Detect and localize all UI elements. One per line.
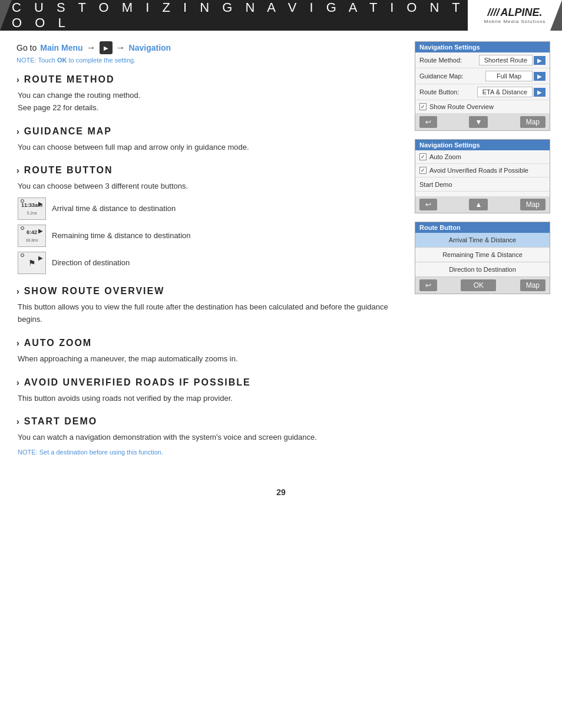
header-diagonal-left (0, 0, 12, 31)
show-route-label: SHOW ROUTE OVERVIEW (24, 286, 165, 297)
note-suffix: to complete the setting. (67, 57, 135, 64)
nav-screen-avoid-row[interactable]: ✓ Avoid Unverified Roads if Possible (415, 164, 550, 177)
flag-icon-direction: ⚑ (28, 256, 36, 269)
chevron-icon-route-method: › (16, 75, 21, 84)
remaining-label: Remaining time & distance to destination (52, 230, 191, 242)
nav-screen-row-route-method: Route Method: Shortest Route ▶ (415, 52, 550, 68)
page-header: C U S T O M I Z I N G N A V I G A T I O … (0, 0, 562, 31)
chevron-icon-show-route: › (16, 286, 21, 296)
breadcrumb-navigation[interactable]: Navigation (129, 43, 171, 52)
chevron-icon-auto-zoom: › (16, 338, 21, 348)
page-number: 29 (276, 487, 286, 497)
nav-screen-show-route-row[interactable]: ✓ Show Route Overview (415, 100, 550, 114)
start-demo-note-body: Set a destination before using this func… (39, 449, 163, 456)
breadcrumb-main-menu[interactable]: Main Menu (40, 43, 82, 52)
section-guidance-map: › GUIDANCE MAP You can choose between fu… (16, 126, 401, 154)
route-btn-row-direction: ▶ ⚑ Direction of destination (18, 252, 401, 274)
section-title-guidance-map: › GUIDANCE MAP (16, 126, 401, 137)
nav-screen-auto-zoom-row[interactable]: ✓ Auto Zoom (415, 150, 550, 164)
route-method-arrow-icon[interactable]: ▶ (534, 56, 546, 65)
alpine-brand-name: ALPINE. (501, 6, 543, 18)
avoid-roads-checkbox[interactable]: ✓ (419, 167, 427, 174)
nav-screen-2-footer: ↩ ▲ Map (415, 196, 550, 213)
route-button-arrow-icon[interactable]: ▶ (534, 88, 546, 97)
section-route-button: › ROUTE BUTTON You can choose between 3 … (16, 165, 401, 274)
route-btn-screen-header: Route Button (415, 222, 550, 233)
route-method-screen-value[interactable]: Shortest Route (479, 55, 533, 65)
nav-screen-row-guidance-map: Guidance Map: Full Map ▶ (415, 68, 550, 84)
route-method-screen-label: Route Method: (419, 57, 479, 64)
route-button-icons: ▶ 11:33am 5.2mi Arrival time & distance … (18, 197, 401, 274)
show-route-checkbox[interactable]: ✓ (419, 103, 427, 110)
nav-screen-start-demo-row: Start Demo (415, 177, 550, 192)
route-btn-back-button[interactable]: ↩ (419, 279, 437, 291)
arrival-dist-text: 5.2mi (27, 210, 37, 216)
route-btn-option-arrival[interactable]: Arrival Time & Distance (415, 233, 550, 248)
nav-screen-1-footer: ↩ ▼ Map (415, 114, 550, 130)
breadcrumb-arrow2: → (116, 42, 125, 53)
guidance-map-label: GUIDANCE MAP (24, 126, 112, 137)
avoid-roads-checkbox-label: Avoid Unverified Roads if Possible (429, 167, 528, 174)
route-button-screen-value[interactable]: ETA & Distance (477, 87, 533, 97)
route-button-label: ROUTE BUTTON (24, 165, 113, 176)
route-button-body: You can choose between 3 different route… (16, 180, 401, 274)
route-method-body: You can change the routing method. See p… (16, 90, 401, 114)
alpine-slashes: //// (487, 6, 499, 18)
show-route-checkbox-label: Show Route Overview (429, 103, 494, 110)
nav-wrench-icon (100, 41, 113, 54)
section-title-auto-zoom: › AUTO ZOOM (16, 338, 401, 348)
section-title-route-method: › ROUTE METHOD (16, 74, 401, 85)
nav-screen-2: Navigation Settings ✓ Auto Zoom ✓ Avoid … (415, 139, 550, 213)
route-btn-row-remaining: ▶ 6:42 38.8mi Remaining time & distance … (18, 225, 401, 247)
route-btn-ok-button[interactable]: OK (461, 279, 496, 291)
breadcrumb-arrow1: → (87, 42, 96, 53)
section-route-method: › ROUTE METHOD You can change the routin… (16, 74, 401, 114)
remaining-dist-text: 38.8mi (25, 237, 38, 243)
header-diagonal-right (550, 0, 562, 31)
route-btn-icon-remaining: ▶ 6:42 38.8mi (18, 225, 46, 247)
route-btn-option-remaining[interactable]: Remaining Time & Distance (415, 248, 550, 262)
breadcrumb: Go to Main Menu → → Navigation (16, 41, 401, 54)
guidance-map-arrow-icon[interactable]: ▶ (534, 72, 546, 81)
section-title-avoid-unverified: › AVOID UNVERIFIED ROADS IF POSSIBLE (16, 377, 401, 388)
route-btn-option-direction[interactable]: Direction to Destination (415, 262, 550, 277)
start-demo-note: NOTE: Set a destination before using thi… (18, 447, 401, 458)
remaining-time-text: 6:42 (27, 228, 37, 236)
chevron-icon-route-button: › (16, 166, 21, 175)
section-title-show-route-overview: › SHOW ROUTE OVERVIEW (16, 286, 401, 297)
nav-screen-2-spacer (415, 192, 550, 196)
arrow-icon-remaining: ▶ (38, 226, 43, 236)
nav-screen-2-map-button[interactable]: Map (520, 199, 546, 210)
section-show-route-overview: › SHOW ROUTE OVERVIEW This button allows… (16, 286, 401, 326)
auto-zoom-checkbox[interactable]: ✓ (419, 153, 427, 160)
section-title-start-demo: › START DEMO (16, 416, 401, 427)
start-demo-note-prefix: NOTE: (18, 449, 39, 456)
route-btn-icon-direction: ▶ ⚑ (18, 252, 46, 274)
note-ok: OK (57, 57, 67, 64)
chevron-icon-guidance-map: › (16, 127, 21, 136)
start-demo-body: You can watch a navigation demonstration… (16, 431, 401, 457)
chevron-icon-start-demo: › (16, 417, 21, 426)
guidance-map-screen-value[interactable]: Full Map (485, 71, 533, 81)
section-start-demo: › START DEMO You can watch a navigation … (16, 416, 401, 457)
nav-screen-row-route-button: Route Button: ETA & Distance ▶ (415, 84, 550, 100)
show-route-body: This button allows you to view the full … (16, 301, 401, 326)
route-btn-map-button[interactable]: Map (520, 279, 546, 291)
nav-screen-1-back-button[interactable]: ↩ (419, 116, 437, 128)
guidance-map-body: You can choose between full map and arro… (16, 141, 401, 154)
nav-screen-1-down-button[interactable]: ▼ (469, 116, 488, 128)
circle-icon-direction (21, 253, 24, 257)
auto-zoom-label: AUTO ZOOM (24, 338, 92, 348)
nav-screen-2-back-button[interactable]: ↩ (419, 199, 437, 210)
route-btn-icon-arrival: ▶ 11:33am 5.2mi (18, 197, 46, 220)
nav-screen-2-up-button[interactable]: ▲ (469, 199, 488, 210)
section-title-route-button: › ROUTE BUTTON (16, 165, 401, 176)
avoid-unverified-text1: This button avoids using roads not verif… (18, 393, 401, 405)
note-prefix: NOTE: Touch (16, 57, 57, 64)
start-demo-label: START DEMO (24, 416, 98, 427)
alpine-logo: ////ALPINE. Mobile Media Solutions (468, 0, 562, 31)
nav-screen-1: Navigation Settings Route Method: Shorte… (415, 41, 550, 131)
page-footer: 29 (0, 470, 562, 509)
nav-screen-1-map-button[interactable]: Map (520, 116, 546, 128)
arrow-icon-direction: ▶ (38, 253, 43, 263)
